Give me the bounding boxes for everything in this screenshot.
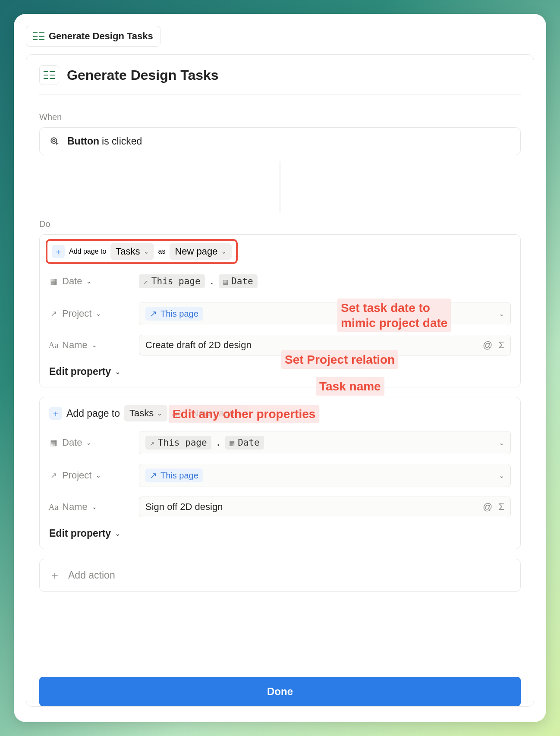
token-date: Date [219, 274, 257, 288]
connector-line [280, 161, 280, 213]
chevron-down-icon: ⌄ [86, 439, 91, 446]
action-head: ＋ Add page to Tasks⌄ as New page⌄ [49, 405, 511, 421]
token-this-page: ↗ This page [145, 436, 211, 450]
section-when-label: When [39, 112, 521, 122]
action-card: ＋ Add page to Tasks⌄ as New page⌄ Date ⌄ [39, 234, 521, 387]
main-card: Generate Design Tasks When Buttonis clic… [26, 54, 534, 707]
action-prefix: Add page to [69, 248, 106, 255]
database-picker[interactable]: Tasks⌄ [124, 405, 167, 421]
property-picker-date[interactable]: Date ⌄ [49, 276, 131, 287]
plus-icon: ＋ [49, 568, 60, 583]
property-value-name[interactable]: @ Σ [139, 497, 511, 517]
edit-property-button[interactable]: Edit property ⌄ [49, 528, 120, 539]
arrow-icon: ↗ [143, 277, 148, 286]
token-this-page: ↗ This page [139, 274, 205, 288]
chevron-down-icon: ⌄ [499, 310, 504, 318]
checklist-icon [44, 70, 55, 80]
property-row-project: ↗ Project ⌄ ↗ This page ⌄ [49, 464, 511, 487]
done-button[interactable]: Done [39, 677, 521, 706]
chevron-down-icon: ⌄ [499, 472, 504, 480]
property-row-name: Aa Name ⌄ @ Σ [49, 497, 511, 517]
property-picker-name[interactable]: Aa Name ⌄ [49, 501, 131, 513]
chevron-down-icon: ⌄ [92, 342, 97, 349]
chevron-down-icon: ⌄ [92, 503, 97, 510]
property-picker-project[interactable]: ↗ Project ⌄ [49, 470, 131, 481]
input-trailing-icons: @ Σ [483, 340, 504, 351]
automation-config-panel: Generate Design Tasks Generate Design Ta… [14, 14, 546, 722]
calendar-icon [223, 276, 228, 286]
calendar-icon [49, 438, 58, 447]
formula-icon[interactable]: Σ [498, 501, 504, 513]
annotation-highlight-box: ＋ Add page to Tasks⌄ as New page⌄ [46, 239, 238, 264]
trigger-config[interactable]: Buttonis clicked [39, 127, 521, 155]
property-picker-name[interactable]: Aa Name ⌄ [49, 340, 131, 351]
section-do-label: Do [39, 219, 521, 229]
arrow-icon: ↗ [150, 470, 157, 481]
plus-icon: ＋ [49, 407, 62, 420]
trigger-text: Buttonis clicked [67, 135, 142, 147]
property-row-project: ↗ Project ⌄ ↗ This page ⌄ [49, 302, 511, 325]
calendar-icon [49, 277, 58, 286]
add-action-button[interactable]: ＋ Add action [39, 559, 521, 592]
property-value-project[interactable]: ↗ This page ⌄ [139, 302, 511, 325]
mention-icon[interactable]: @ [483, 340, 492, 351]
arrow-icon: ↗ [150, 308, 157, 319]
formula-icon[interactable]: Σ [498, 340, 504, 351]
chevron-down-icon: ⌄ [499, 439, 504, 447]
property-picker-project[interactable]: ↗ Project ⌄ [49, 308, 131, 319]
chevron-down-icon: ⌄ [115, 530, 120, 537]
mention-icon[interactable]: @ [483, 501, 492, 513]
pill-label: Generate Design Tasks [49, 31, 153, 42]
dot-separator: . [208, 276, 216, 286]
title-icon [39, 65, 59, 85]
database-picker[interactable]: Tasks⌄ [110, 243, 154, 260]
calendar-icon [230, 437, 234, 448]
action-as: as [172, 408, 182, 419]
page-mode-picker[interactable]: New page⌄ [187, 405, 249, 421]
property-row-date: Date ⌄ ↗ This page . Date [49, 270, 511, 293]
chevron-down-icon: ⌄ [86, 278, 91, 285]
relation-icon: ↗ [49, 471, 58, 480]
page-mode-picker[interactable]: New page⌄ [170, 243, 231, 260]
action-as: as [158, 248, 166, 255]
property-value-date[interactable]: ↗ This page . Date ⌄ [139, 431, 511, 454]
chevron-down-icon: ⌄ [157, 410, 162, 417]
token-this-page-relation: ↗ This page [145, 307, 203, 321]
property-value-date[interactable]: ↗ This page . Date [139, 270, 264, 293]
relation-icon: ↗ [49, 309, 58, 318]
chevron-down-icon: ⌄ [238, 410, 243, 417]
input-trailing-icons: @ Σ [483, 501, 504, 513]
chevron-down-icon: ⌄ [96, 472, 101, 479]
plus-icon: ＋ [52, 245, 65, 258]
add-action-label: Add action [68, 569, 115, 581]
property-value-name[interactable]: @ Σ [139, 335, 511, 355]
checklist-icon [33, 31, 44, 41]
dot-separator: . [215, 437, 222, 448]
token-this-page-relation: ↗ This page [145, 469, 203, 482]
name-input[interactable] [145, 501, 479, 513]
name-input[interactable] [145, 340, 479, 351]
click-icon [49, 136, 60, 147]
chevron-down-icon: ⌄ [96, 310, 101, 317]
chevron-down-icon: ⌄ [221, 248, 227, 255]
edit-property-button[interactable]: Edit property ⌄ [49, 366, 120, 377]
page-title: Generate Design Tasks [67, 67, 219, 83]
action-prefix: Add page to [66, 408, 120, 419]
property-value-project[interactable]: ↗ This page ⌄ [139, 464, 511, 487]
text-icon: Aa [49, 340, 58, 350]
text-icon: Aa [49, 502, 58, 512]
arrow-icon: ↗ [150, 438, 154, 447]
title-row: Generate Design Tasks [39, 65, 521, 95]
chevron-down-icon: ⌄ [144, 248, 149, 255]
property-row-date: Date ⌄ ↗ This page . Date ⌄ [49, 431, 511, 454]
action-card: ＋ Add page to Tasks⌄ as New page⌄ Date ⌄ [39, 397, 521, 549]
svg-point-1 [53, 139, 55, 142]
property-picker-date[interactable]: Date ⌄ [49, 437, 131, 448]
chevron-down-icon: ⌄ [115, 368, 120, 375]
automation-pill[interactable]: Generate Design Tasks [26, 26, 160, 47]
property-row-name: Aa Name ⌄ @ Σ [49, 335, 511, 355]
token-date: Date [225, 436, 264, 450]
